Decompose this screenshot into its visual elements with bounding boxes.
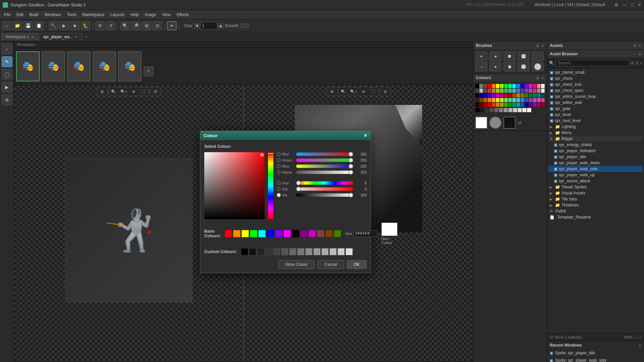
- tool-circle[interactable]: ◯: [2, 69, 12, 80]
- custom-colour[interactable]: [289, 248, 297, 255]
- cancel-btn[interactable]: Cancel: [317, 260, 344, 269]
- toolbar-zoom-fit[interactable]: ⊞: [142, 21, 151, 30]
- colour-cell[interactable]: [492, 84, 495, 88]
- colour-cell[interactable]: [503, 108, 508, 112]
- colour-cell[interactable]: [504, 98, 508, 102]
- basic-colour[interactable]: [275, 230, 282, 237]
- colour-cell[interactable]: [508, 84, 512, 88]
- menu-edit[interactable]: Edit: [14, 11, 26, 18]
- tree-item-spr-editor-wall[interactable]: ▣spr_editor_wall: [548, 100, 643, 106]
- custom-colour[interactable]: [249, 248, 256, 255]
- colour-cell[interactable]: [525, 98, 528, 102]
- colour-cell[interactable]: [516, 103, 520, 107]
- tab-sprite-close[interactable]: ✕: [75, 35, 77, 39]
- tree-folder-lighting[interactable]: ▶📁Lighting: [548, 124, 643, 130]
- assets-search-icon[interactable]: ✕: [633, 43, 637, 48]
- brush-sq-lg[interactable]: [518, 52, 530, 61]
- menu-marketplace[interactable]: Marketplace: [79, 11, 107, 18]
- brush-dot-lg[interactable]: [518, 62, 530, 71]
- colour-cell[interactable]: [475, 108, 480, 112]
- canvas-right-zoom-out[interactable]: 🔍-: [339, 88, 348, 95]
- colour-cell[interactable]: [496, 84, 499, 88]
- colour-cell[interactable]: [500, 93, 503, 98]
- colour-cell[interactable]: [533, 88, 536, 93]
- colour-cell[interactable]: [516, 88, 520, 93]
- toolbar-debug[interactable]: 🐛: [81, 21, 90, 30]
- basic-colour[interactable]: [309, 230, 316, 237]
- tree-item-energy-shield[interactable]: ▣spr_energy_shield: [548, 142, 643, 148]
- brush-dot-xs[interactable]: [475, 62, 487, 71]
- colour-cell[interactable]: [475, 88, 479, 93]
- colours-header[interactable]: Colours ☰ ∧: [473, 74, 547, 82]
- menu-tools[interactable]: Tools: [64, 11, 79, 18]
- toolbar-zoom-in[interactable]: 🔍: [120, 21, 130, 30]
- zoom-increase-btn[interactable]: +: [639, 335, 641, 339]
- colours-menu[interactable]: ☰: [536, 76, 539, 80]
- size-input[interactable]: [201, 22, 217, 29]
- colour-cell[interactable]: [492, 103, 495, 107]
- colour-cell[interactable]: [496, 93, 499, 98]
- tree-item-sword-attack[interactable]: ▣spr_sword_attack: [548, 178, 643, 184]
- colour-cell[interactable]: [475, 98, 479, 102]
- brush-dot-md[interactable]: [503, 62, 516, 71]
- brushes-menu[interactable]: ☰: [536, 44, 539, 48]
- colour-cell[interactable]: [479, 88, 483, 93]
- colour-cell[interactable]: [521, 98, 524, 102]
- view-icon[interactable]: ≡: [640, 61, 642, 65]
- colour-cell[interactable]: [508, 98, 512, 102]
- colour-dialog-close-btn[interactable]: ✕: [364, 133, 367, 138]
- frame-5[interactable]: 🎭: [118, 51, 142, 81]
- asset-search-input[interactable]: [555, 60, 630, 66]
- colour-cell[interactable]: [488, 93, 491, 98]
- custom-colour[interactable]: [273, 248, 280, 255]
- toolbar-save[interactable]: 💾: [23, 21, 33, 30]
- basic-colour[interactable]: [317, 230, 324, 237]
- frame-3[interactable]: 🎭: [67, 51, 91, 81]
- background-colour-icon[interactable]: [489, 117, 501, 129]
- tree-folder-tileset[interactable]: ▶📁Tileset Sprites: [548, 184, 643, 190]
- colour-cell[interactable]: [488, 98, 491, 102]
- colour-cell[interactable]: [489, 108, 494, 112]
- colour-cell[interactable]: [522, 108, 527, 112]
- brush-sq-md[interactable]: [503, 52, 516, 61]
- colour-cell[interactable]: [480, 108, 484, 112]
- canvas-zoom-custom[interactable]: ⊛: [129, 88, 138, 95]
- colour-cell[interactable]: [475, 103, 479, 107]
- val-slider[interactable]: [296, 193, 353, 197]
- tab-workspace-close[interactable]: ✕: [31, 35, 34, 39]
- colour-cell[interactable]: [541, 98, 545, 102]
- menu-file[interactable]: File: [1, 11, 13, 18]
- colour-cell[interactable]: [521, 103, 524, 107]
- colours-expand[interactable]: ∧: [541, 76, 544, 80]
- colour-cell[interactable]: [483, 98, 487, 102]
- basic-colour[interactable]: [267, 230, 274, 237]
- colour-cell[interactable]: [512, 98, 516, 102]
- recent-window-player-walk-side[interactable]: ▣ Sprite: spr_player_walk_side: [547, 357, 644, 362]
- colour-cell[interactable]: [525, 93, 528, 98]
- tree-item-spr-chest-lock[interactable]: ▣spr_chest_lock: [548, 81, 643, 87]
- colour-cell[interactable]: [483, 84, 487, 88]
- toolbar-play[interactable]: ▶: [59, 21, 69, 30]
- frame-4[interactable]: 🎭: [93, 51, 116, 81]
- colour-cell[interactable]: [529, 103, 532, 107]
- basic-colour[interactable]: [300, 230, 308, 237]
- tree-item-player-walk-side[interactable]: ▣spr_player_walk_side: [548, 166, 643, 172]
- custom-colour[interactable]: [265, 248, 272, 255]
- colour-cell[interactable]: [541, 88, 545, 93]
- colour-cell[interactable]: [492, 98, 495, 102]
- hex-input[interactable]: [354, 230, 377, 237]
- colour-cell[interactable]: [496, 98, 499, 102]
- colour-cell[interactable]: [537, 93, 541, 98]
- colour-cell[interactable]: [525, 88, 528, 93]
- settings-icon[interactable]: ⚙: [614, 2, 619, 7]
- toolbar-stop[interactable]: ■: [70, 21, 79, 30]
- frame-2[interactable]: 🎭: [42, 51, 65, 81]
- tab-sprite-editor[interactable]: spr_player_wa... ✕: [39, 33, 82, 41]
- colour-cell[interactable]: [529, 88, 532, 93]
- colour-gradient-picker[interactable]: [204, 152, 265, 219]
- canvas-split[interactable]: ⊟: [151, 88, 160, 95]
- colour-cell[interactable]: [499, 108, 503, 112]
- custom-colour[interactable]: [329, 248, 337, 255]
- toolbar-home[interactable]: ⌂: [2, 21, 11, 30]
- tree-item-player-idle[interactable]: ▣spr_player_idle: [548, 154, 643, 160]
